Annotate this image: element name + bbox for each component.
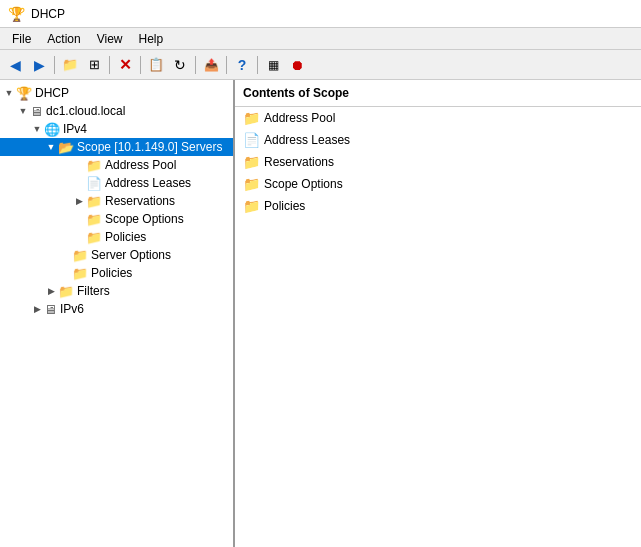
content-label-reservations: Reservations [264, 155, 334, 169]
content-icon-address-leases: 📄 [243, 132, 260, 148]
toolbar-sep-6 [257, 56, 258, 74]
tree-label-ipv6: IPv6 [60, 302, 84, 316]
toolbar-sep-2 [109, 56, 110, 74]
tree-label-scope-policies: Policies [105, 230, 146, 244]
tree-label-reservations: Reservations [105, 194, 175, 208]
content-item-address-pool[interactable]: 📁 Address Pool [235, 107, 641, 129]
tree-node-address-leases[interactable]: 📄 Address Leases [0, 174, 233, 192]
delete-button[interactable]: ✕ [114, 54, 136, 76]
tree-node-dhcp[interactable]: ▼ 🏆 DHCP [0, 84, 233, 102]
tree-label-filters: Filters [77, 284, 110, 298]
expander-scope[interactable]: ▼ [44, 140, 58, 154]
tree-node-address-pool[interactable]: 📁 Address Pool [0, 156, 233, 174]
content-item-policies[interactable]: 📁 Policies [235, 195, 641, 217]
title-bar: 🏆 DHCP [0, 0, 641, 28]
tree-label-scope: Scope [10.1.149.0] Servers [77, 140, 222, 154]
tree-node-filters[interactable]: ▶ 📁 Filters [0, 282, 233, 300]
tree-label-address-pool: Address Pool [105, 158, 176, 172]
content-item-reservations[interactable]: 📁 Reservations [235, 151, 641, 173]
tree-label-scope-options: Scope Options [105, 212, 184, 226]
help-button[interactable]: ? [231, 54, 253, 76]
toolbar-sep-4 [195, 56, 196, 74]
tree-node-scope-options[interactable]: 📁 Scope Options [0, 210, 233, 228]
menu-bar: File Action View Help [0, 28, 641, 50]
back-button[interactable]: ◀ [4, 54, 26, 76]
expander-dhcp[interactable]: ▼ [2, 86, 16, 100]
tree-label-server-options: Server Options [91, 248, 171, 262]
toolbar-sep-3 [140, 56, 141, 74]
tree-node-ipv4-policies[interactable]: 📁 Policies [0, 264, 233, 282]
expander-dc1[interactable]: ▼ [16, 104, 30, 118]
toolbar-sep-5 [226, 56, 227, 74]
export-button[interactable]: 📤 [200, 54, 222, 76]
menu-view[interactable]: View [89, 30, 131, 48]
toolbar: ◀ ▶ 📁 ⊞ ✕ 📋 ↻ 📤 ? ▦ ⏺ [0, 50, 641, 80]
menu-help[interactable]: Help [131, 30, 172, 48]
content-icon-scope-options: 📁 [243, 176, 260, 192]
content-icon-address-pool: 📁 [243, 110, 260, 126]
main-area: ▼ 🏆 DHCP ▼ 🖥 dc1.cloud.local ▼ 🌐 IPv4 ▼ … [0, 80, 641, 547]
tree-node-ipv6[interactable]: ▶ 🖥 IPv6 [0, 300, 233, 318]
expander-ipv4[interactable]: ▼ [30, 122, 44, 136]
mmc-button[interactable]: ▦ [262, 54, 284, 76]
tree-node-ipv4[interactable]: ▼ 🌐 IPv4 [0, 120, 233, 138]
tree-label-dc1: dc1.cloud.local [46, 104, 125, 118]
refresh-button[interactable]: ↻ [169, 54, 191, 76]
tree-label-dhcp: DHCP [35, 86, 69, 100]
tree-node-reservations[interactable]: ▶ 📁 Reservations [0, 192, 233, 210]
content-item-address-leases[interactable]: 📄 Address Leases [235, 129, 641, 151]
tree-node-scope-policies[interactable]: 📁 Policies [0, 228, 233, 246]
tree-node-dc1[interactable]: ▼ 🖥 dc1.cloud.local [0, 102, 233, 120]
content-icon-reservations: 📁 [243, 154, 260, 170]
expander-reservations[interactable]: ▶ [72, 194, 86, 208]
show-hide-button[interactable]: ⊞ [83, 54, 105, 76]
tree-label-address-leases: Address Leases [105, 176, 191, 190]
tree-node-scope[interactable]: ▼ 📂 Scope [10.1.149.0] Servers [0, 138, 233, 156]
menu-file[interactable]: File [4, 30, 39, 48]
content-label-address-pool: Address Pool [264, 111, 335, 125]
app-title: DHCP [31, 7, 65, 21]
expander-filters[interactable]: ▶ [44, 284, 58, 298]
menu-action[interactable]: Action [39, 30, 88, 48]
forward-button[interactable]: ▶ [28, 54, 50, 76]
tree-panel: ▼ 🏆 DHCP ▼ 🖥 dc1.cloud.local ▼ 🌐 IPv4 ▼ … [0, 80, 235, 547]
content-panel: Contents of Scope 📁 Address Pool 📄 Addre… [235, 80, 641, 547]
content-item-scope-options[interactable]: 📁 Scope Options [235, 173, 641, 195]
toolbar-sep-1 [54, 56, 55, 74]
tree-node-server-options[interactable]: 📁 Server Options [0, 246, 233, 264]
expander-ipv6[interactable]: ▶ [30, 302, 44, 316]
app-icon: 🏆 [8, 6, 25, 22]
content-label-policies: Policies [264, 199, 305, 213]
content-label-address-leases: Address Leases [264, 133, 350, 147]
record-button[interactable]: ⏺ [286, 54, 308, 76]
tree-label-ipv4-policies: Policies [91, 266, 132, 280]
content-icon-policies: 📁 [243, 198, 260, 214]
content-label-scope-options: Scope Options [264, 177, 343, 191]
up-button[interactable]: 📁 [59, 54, 81, 76]
tree-label-ipv4: IPv4 [63, 122, 87, 136]
content-panel-header: Contents of Scope [235, 80, 641, 107]
properties-button[interactable]: 📋 [145, 54, 167, 76]
